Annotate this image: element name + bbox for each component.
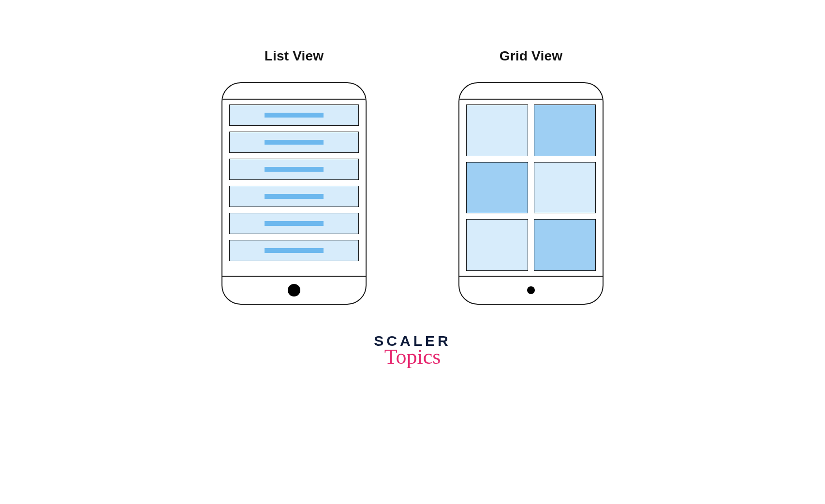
list-row-bar xyxy=(265,221,324,226)
home-button-icon xyxy=(527,286,535,294)
phone-home-bar xyxy=(222,276,366,304)
list-view-screen xyxy=(222,100,366,276)
grid-view-column: Grid View xyxy=(458,48,604,305)
list-row xyxy=(229,104,359,126)
grid-view-phone xyxy=(458,82,604,305)
diagram-stage: List View Grid View SCALER Topics xyxy=(0,0,825,504)
brand-logo: SCALER Topics xyxy=(374,334,451,367)
grid-view-screen xyxy=(459,100,603,276)
list-row xyxy=(229,159,359,180)
brand-script: Topics xyxy=(374,347,451,367)
list-view-column: List View xyxy=(221,48,367,305)
grid-tile xyxy=(466,162,528,214)
grid-view-heading: Grid View xyxy=(500,48,562,64)
grid-tile xyxy=(534,104,596,156)
list-row xyxy=(229,240,359,261)
grid-tile xyxy=(466,104,528,156)
list-view-phone xyxy=(221,82,367,305)
phone-home-bar xyxy=(459,276,603,304)
grid-tile xyxy=(534,219,596,271)
grid-tile xyxy=(466,219,528,271)
list-row xyxy=(229,186,359,207)
phones-row: List View Grid View xyxy=(221,48,604,305)
list-row-bar xyxy=(265,248,324,253)
list-row-bar xyxy=(265,194,324,199)
list-view-heading: List View xyxy=(265,48,324,64)
phone-earpiece-bar xyxy=(459,83,603,100)
list-row-bar xyxy=(265,113,324,118)
grid-tile xyxy=(534,162,596,214)
list-row-bar xyxy=(265,167,324,172)
list-row xyxy=(229,213,359,234)
home-button-icon xyxy=(288,284,300,296)
list-row xyxy=(229,132,359,153)
phone-earpiece-bar xyxy=(222,83,366,100)
list-row-bar xyxy=(265,140,324,145)
